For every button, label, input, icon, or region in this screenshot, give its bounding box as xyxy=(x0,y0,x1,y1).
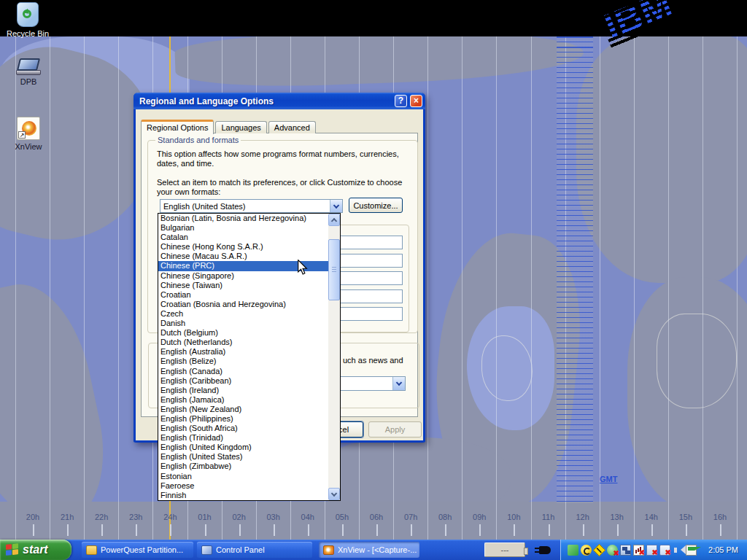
desktop-icon-label: XnView xyxy=(2,142,55,151)
desktop-icon-recycle-bin[interactable]: Recycle Bin xyxy=(1,2,54,38)
timezone-tick xyxy=(549,524,550,536)
timezone-label: 15h xyxy=(673,513,698,521)
scrollbar-thumb[interactable] xyxy=(328,239,340,300)
timezone-label: 04h xyxy=(295,513,320,521)
volume-icon[interactable] xyxy=(673,545,684,556)
help-button[interactable]: ? xyxy=(395,95,407,107)
mail-alert-icon[interactable] xyxy=(593,544,605,556)
customize-button[interactable]: Customize... xyxy=(349,198,403,213)
error-x-icon: ✖ xyxy=(639,549,645,556)
language-option[interactable]: English (Caribbean) xyxy=(158,376,328,386)
computer-offline-icon[interactable]: ✖ xyxy=(646,545,657,556)
taskbar-button-xnview[interactable]: XnView - [<Capture-... xyxy=(319,542,419,558)
timezone-tick xyxy=(101,524,103,536)
shortcut-arrow-icon: ↗ xyxy=(18,131,26,139)
language-option[interactable]: Catalan xyxy=(158,233,328,242)
start-button[interactable]: start xyxy=(0,540,71,560)
hardware-eject-icon[interactable] xyxy=(568,545,578,556)
timezone-tick xyxy=(583,524,584,536)
recycle-bin-icon xyxy=(17,2,39,27)
language-option[interactable]: Dutch (Netherlands) xyxy=(158,338,328,347)
tab-advanced[interactable]: Advanced xyxy=(268,121,316,133)
meridian-line xyxy=(703,36,703,540)
language-option[interactable]: English (Belize) xyxy=(158,357,328,366)
language-option[interactable]: English (Jamaica) xyxy=(158,395,328,405)
language-option[interactable]: Czech xyxy=(158,309,328,319)
taskbar-clock[interactable]: 2:05 PM xyxy=(708,545,747,554)
tab-regional-options[interactable]: Regional Options xyxy=(141,120,214,134)
power-plug-icon xyxy=(539,546,551,554)
language-option[interactable]: Croatian xyxy=(158,290,328,300)
language-option[interactable]: English (Zimbabwe) xyxy=(158,462,328,471)
language-option[interactable]: English (South Africa) xyxy=(158,424,328,433)
language-option[interactable]: English (United States) xyxy=(158,452,328,462)
timezone-tick xyxy=(479,524,481,536)
language-option[interactable]: English (United Kingdom) xyxy=(158,443,328,452)
language-option[interactable]: English (Philippines) xyxy=(158,414,328,424)
language-option[interactable]: Croatian (Bosnia and Herzegovina) xyxy=(158,300,328,309)
meridian-line xyxy=(50,36,50,540)
landmass xyxy=(0,273,118,536)
language-option[interactable]: English (New Zealand) xyxy=(158,405,328,414)
desktop-icon-dpb[interactable]: DPB xyxy=(2,58,55,86)
language-option[interactable]: English (Australia) xyxy=(158,347,328,357)
desktop-icon-label: Recycle Bin xyxy=(1,29,54,38)
language-option[interactable]: Dutch (Belgium) xyxy=(158,328,328,338)
standards-description: This option affects how some programs fo… xyxy=(157,149,414,168)
battery-meter[interactable]: --- xyxy=(484,542,525,557)
windows-flag-icon xyxy=(6,543,19,556)
language-option[interactable]: Chinese (Hong Kong S.A.R.) xyxy=(158,242,328,252)
language-option[interactable]: Bosnian (Latin, Bosnia and Herzegovina) xyxy=(158,214,328,223)
scroll-up-button[interactable] xyxy=(328,214,340,226)
signal-meter-icon[interactable]: ✖ xyxy=(633,545,644,556)
timezone-tick xyxy=(136,524,137,536)
network-connection-icon[interactable] xyxy=(620,545,631,556)
language-option[interactable]: Bulgarian xyxy=(158,223,328,233)
close-button[interactable]: × xyxy=(410,95,422,107)
dropdown-scrollbar[interactable] xyxy=(328,214,340,500)
language-option[interactable]: Estonian xyxy=(158,472,328,481)
timezone-tick xyxy=(376,524,378,536)
timezone-label: 03h xyxy=(261,513,286,521)
scroll-down-button[interactable] xyxy=(328,488,340,500)
language-option[interactable]: English (Ireland) xyxy=(158,386,328,395)
language-option[interactable]: Finnish xyxy=(158,491,328,500)
language-option[interactable]: Faeroese xyxy=(158,481,328,491)
error-x-icon: ✖ xyxy=(665,549,671,556)
timezone-tick xyxy=(651,524,653,536)
timezone-tick xyxy=(514,524,515,536)
dialog-titlebar[interactable]: Regional and Language Options ? × xyxy=(133,93,425,109)
format-combobox[interactable]: English (United States) xyxy=(160,199,343,213)
taskbar-button-control-panel[interactable]: Control Panel xyxy=(197,542,312,558)
timezone-label: 21h xyxy=(55,513,80,521)
language-option[interactable]: English (Trinidad) xyxy=(158,433,328,443)
combobox-dropdown-button[interactable] xyxy=(392,377,405,390)
tab-strip: Regional OptionsLanguagesAdvanced xyxy=(141,119,317,133)
language-option[interactable]: English (Canada) xyxy=(158,367,328,376)
timezone-tick xyxy=(239,524,241,536)
group-label: Standards and formats xyxy=(155,136,241,144)
display-error-icon[interactable]: ✖ xyxy=(659,545,670,556)
language-option[interactable]: Chinese (Taiwan) xyxy=(158,281,328,290)
tab-languages[interactable]: Languages xyxy=(215,121,266,133)
gmt-meridian-band xyxy=(557,36,593,503)
timezone-tick xyxy=(33,524,34,536)
timezone-label: 16h xyxy=(708,513,732,521)
service-status-icon[interactable]: ✖ xyxy=(607,545,618,556)
desktop-icon-xnview[interactable]: ↗ XnView xyxy=(2,117,55,151)
apply-button: Apply xyxy=(368,421,422,438)
meridian-line xyxy=(531,36,532,540)
combobox-dropdown-button[interactable] xyxy=(330,200,342,212)
language-option[interactable]: Danish xyxy=(158,319,328,328)
timezone-label: 05h xyxy=(330,513,355,521)
timezone-tick xyxy=(170,524,171,536)
timezone-label: 12h xyxy=(570,513,595,521)
chevron-down-icon xyxy=(333,202,339,208)
timezone-label: 02h xyxy=(227,513,252,521)
language-options: Bosnian (Latin, Bosnia and Herzegovina)B… xyxy=(158,214,328,500)
meridian-line xyxy=(600,36,600,540)
language-bar-icon[interactable] xyxy=(686,545,697,556)
taskbar-button-powerquest[interactable]: PowerQuest Partition... xyxy=(82,542,193,558)
battery-status-icon[interactable] xyxy=(581,545,592,556)
timezone-tick xyxy=(342,524,344,536)
